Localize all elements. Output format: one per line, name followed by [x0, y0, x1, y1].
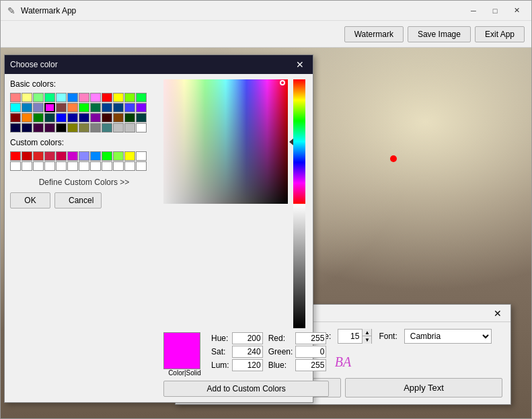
custom-swatch-6[interactable] — [79, 151, 89, 161]
blue-input[interactable] — [295, 359, 326, 371]
custom-swatch-2[interactable] — [33, 151, 44, 161]
custom-swatch-1[interactable] — [22, 151, 32, 161]
basic-swatch-33[interactable] — [113, 113, 124, 122]
custom-swatch-10[interactable] — [124, 151, 135, 161]
basic-swatch-7[interactable] — [90, 93, 101, 102]
basic-swatch-25[interactable] — [22, 113, 32, 122]
basic-swatch-2[interactable] — [33, 93, 44, 102]
basic-swatch-1[interactable] — [22, 93, 32, 102]
basic-swatch-11[interactable] — [136, 93, 147, 102]
basic-swatch-37[interactable] — [22, 123, 32, 132]
font-select[interactable]: Cambria Arial Times New Roman Verdana Ge… — [404, 329, 492, 344]
luminosity-strip[interactable] — [293, 204, 305, 328]
basic-swatch-14[interactable] — [33, 103, 44, 112]
basic-swatch-41[interactable] — [67, 123, 78, 132]
basic-swatch-45[interactable] — [113, 123, 124, 132]
basic-swatch-16[interactable] — [56, 103, 67, 112]
font-size-down-button[interactable]: ▼ — [362, 336, 371, 344]
basic-swatch-9[interactable] — [113, 93, 124, 102]
basic-swatch-34[interactable] — [124, 113, 135, 122]
close-button[interactable]: ✕ — [507, 4, 526, 17]
red-input[interactable] — [295, 332, 326, 344]
ok-button[interactable]: OK — [10, 192, 50, 208]
basic-swatch-29[interactable] — [67, 113, 78, 122]
basic-swatch-0[interactable] — [10, 93, 21, 102]
custom-swatch-row2-6[interactable] — [79, 161, 89, 171]
custom-colors-grid — [10, 151, 158, 171]
custom-swatch-row2-2[interactable] — [33, 161, 44, 171]
basic-swatch-24[interactable] — [10, 113, 21, 122]
font-size-input[interactable] — [338, 330, 362, 343]
green-input[interactable] — [295, 346, 326, 358]
custom-swatch-8[interactable] — [102, 151, 112, 161]
basic-swatch-10[interactable] — [124, 93, 135, 102]
basic-swatch-4[interactable] — [56, 93, 67, 102]
basic-swatch-20[interactable] — [102, 103, 112, 112]
basic-swatch-28[interactable] — [56, 113, 67, 122]
custom-swatch-7[interactable] — [90, 151, 101, 161]
basic-swatch-47[interactable] — [136, 123, 147, 132]
save-image-button[interactable]: Save Image — [408, 26, 471, 42]
basic-swatch-22[interactable] — [124, 103, 135, 112]
basic-swatch-39[interactable] — [44, 123, 55, 132]
basic-swatch-8[interactable] — [102, 93, 112, 102]
custom-swatch-row2-11[interactable] — [136, 161, 147, 171]
custom-colors-label: Custom colors: — [10, 138, 158, 147]
basic-swatch-40[interactable] — [56, 123, 67, 132]
basic-swatch-3[interactable] — [44, 93, 55, 102]
basic-swatch-36[interactable] — [10, 123, 21, 132]
basic-swatch-12[interactable] — [10, 103, 21, 112]
custom-swatch-3[interactable] — [44, 151, 55, 161]
custom-swatch-0[interactable] — [10, 151, 21, 161]
basic-swatch-31[interactable] — [90, 113, 101, 122]
hue-strip[interactable] — [293, 79, 305, 204]
basic-swatch-17[interactable] — [67, 103, 78, 112]
apply-text-button[interactable]: Apply Text — [345, 378, 502, 397]
custom-swatch-11[interactable] — [136, 151, 147, 161]
basic-swatch-5[interactable] — [67, 93, 78, 102]
watermark-close-button[interactable]: ✕ — [490, 307, 505, 319]
basic-swatch-43[interactable] — [90, 123, 101, 132]
basic-swatch-35[interactable] — [136, 113, 147, 122]
hue-input[interactable] — [232, 332, 263, 344]
basic-swatch-21[interactable] — [113, 103, 124, 112]
hue-saturation-picker[interactable] — [163, 79, 288, 204]
basic-swatch-30[interactable] — [79, 113, 89, 122]
basic-swatch-38[interactable] — [33, 123, 44, 132]
basic-swatch-15[interactable] — [44, 103, 55, 112]
watermark-button[interactable]: Watermark — [344, 26, 404, 42]
custom-swatch-row2-3[interactable] — [44, 161, 55, 171]
basic-swatch-46[interactable] — [124, 123, 135, 132]
basic-swatch-23[interactable] — [136, 103, 147, 112]
maximize-button[interactable]: □ — [486, 4, 504, 17]
custom-swatch-row2-0[interactable] — [10, 161, 21, 171]
basic-swatch-26[interactable] — [33, 113, 44, 122]
custom-swatch-row2-9[interactable] — [113, 161, 124, 171]
add-to-custom-button[interactable]: Add to Custom Colors — [163, 381, 329, 397]
lum-input[interactable] — [232, 359, 263, 371]
exit-app-button[interactable]: Exit App — [475, 26, 525, 42]
basic-swatch-32[interactable] — [102, 113, 112, 122]
sat-input[interactable] — [232, 346, 263, 358]
custom-swatch-row2-10[interactable] — [124, 161, 135, 171]
custom-swatch-9[interactable] — [113, 151, 124, 161]
define-custom-colors-link[interactable]: Define Custom Colors >> — [10, 176, 158, 188]
custom-swatch-row2-5[interactable] — [67, 161, 78, 171]
custom-swatch-4[interactable] — [56, 151, 67, 161]
custom-swatch-row2-7[interactable] — [90, 161, 101, 171]
basic-swatch-13[interactable] — [22, 103, 32, 112]
custom-swatch-row2-1[interactable] — [22, 161, 32, 171]
font-size-up-button[interactable]: ▲ — [362, 329, 371, 336]
minimize-button[interactable]: ─ — [464, 4, 483, 17]
basic-swatch-6[interactable] — [79, 93, 89, 102]
custom-swatch-row2-4[interactable] — [56, 161, 67, 171]
basic-swatch-27[interactable] — [44, 113, 55, 122]
custom-swatch-row2-8[interactable] — [102, 161, 112, 171]
basic-swatch-44[interactable] — [102, 123, 112, 132]
basic-swatch-42[interactable] — [79, 123, 89, 132]
custom-swatch-5[interactable] — [67, 151, 78, 161]
color-dialog-close[interactable]: ✕ — [293, 59, 307, 71]
basic-swatch-18[interactable] — [79, 103, 89, 112]
basic-swatch-19[interactable] — [90, 103, 101, 112]
cancel-button[interactable]: Cancel — [54, 192, 102, 208]
